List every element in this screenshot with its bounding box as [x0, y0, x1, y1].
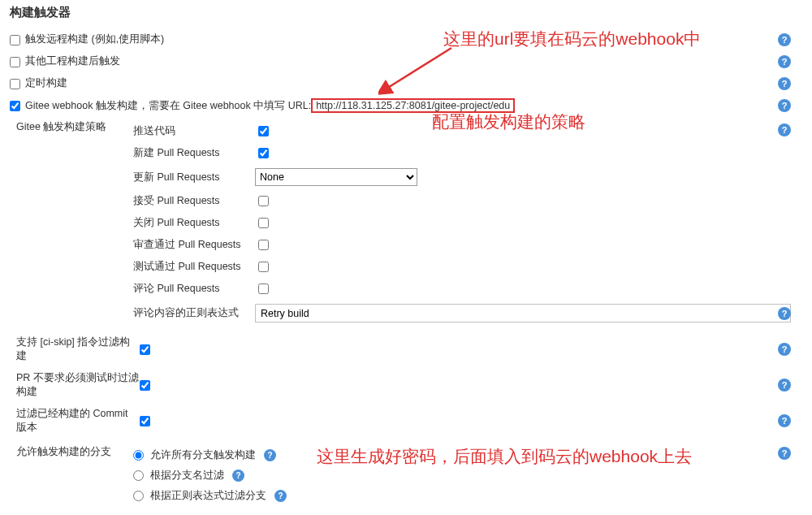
comment-regex-label: 评论内容的正则表达式 — [133, 306, 255, 320]
review-pr-label: 审查通过 Pull Requests — [133, 238, 255, 252]
branch-name-radio[interactable] — [133, 470, 144, 481]
ciskip-label: 支持 [ci-skip] 指令过滤构建 — [16, 335, 140, 363]
section-title: 构建触发器 — [10, 5, 802, 20]
scheduled-checkbox[interactable] — [10, 79, 20, 89]
commit-filter-label: 过滤已经构建的 Commit 版本 — [16, 407, 140, 435]
help-icon[interactable]: ? — [778, 77, 791, 90]
create-pr-checkbox[interactable] — [258, 148, 269, 158]
comment-pr-checkbox[interactable] — [258, 283, 269, 294]
push-code-checkbox[interactable] — [258, 126, 269, 136]
close-pr-label: 关闭 Pull Requests — [133, 216, 255, 230]
annotation-url: 这里的url要填在码云的webhook中 — [443, 28, 701, 50]
remote-build-checkbox[interactable] — [10, 35, 20, 45]
after-other-checkbox[interactable] — [10, 57, 20, 67]
review-pr-checkbox[interactable] — [258, 240, 269, 250]
branch-all-radio[interactable] — [133, 450, 144, 461]
branch-regex-radio[interactable] — [133, 491, 144, 501]
annotation-strategy: 配置触发构建的策略 — [432, 110, 585, 133]
accept-pr-checkbox[interactable] — [258, 196, 269, 206]
branch-regex-label: 根据正则表达式过滤分支 — [150, 489, 266, 503]
help-icon[interactable]: ? — [778, 33, 791, 46]
commit-filter-checkbox[interactable] — [140, 416, 150, 426]
gitee-webhook-label: Gitee webhook 触发构建，需要在 Gitee webhook 中填写… — [25, 99, 311, 113]
help-icon[interactable]: ? — [778, 99, 791, 112]
help-icon[interactable]: ? — [778, 343, 791, 356]
update-pr-label: 更新 Pull Requests — [133, 171, 255, 184]
comment-regex-input[interactable] — [255, 304, 791, 322]
help-icon[interactable]: ? — [274, 490, 287, 502]
help-icon[interactable]: ? — [778, 447, 791, 460]
close-pr-checkbox[interactable] — [258, 218, 269, 228]
branch-label: 允许触发构建的分支 — [10, 445, 133, 459]
push-code-label: 推送代码 — [133, 124, 255, 138]
branch-name-label: 根据分支名过滤 — [150, 469, 224, 483]
remote-build-label: 触发远程构建 (例如,使用脚本) — [25, 32, 164, 46]
ciskip-checkbox[interactable] — [140, 344, 150, 355]
strategy-label: Gitee 触发构建策略 — [10, 120, 133, 134]
help-icon[interactable]: ? — [778, 379, 791, 392]
help-icon[interactable]: ? — [264, 449, 276, 461]
create-pr-label: 新建 Pull Requests — [133, 146, 255, 160]
comment-pr-label: 评论 Pull Requests — [133, 282, 255, 296]
after-other-label: 其他工程构建后触发 — [25, 54, 120, 68]
annotation-secret: 这里生成好密码，后面填入到码云的webhook上去 — [317, 445, 692, 468]
test-pr-label: 测试通过 Pull Requests — [133, 260, 255, 274]
svg-line-0 — [387, 48, 451, 89]
accept-pr-label: 接受 Pull Requests — [133, 194, 255, 208]
test-pr-checkbox[interactable] — [258, 262, 269, 272]
help-icon[interactable]: ? — [778, 123, 791, 136]
help-icon[interactable]: ? — [232, 470, 244, 482]
help-icon[interactable]: ? — [778, 414, 791, 427]
pr-filter-checkbox[interactable] — [140, 380, 150, 391]
branch-all-label: 允许所有分支触发构建 — [150, 448, 256, 462]
gitee-webhook-checkbox[interactable] — [10, 101, 20, 111]
scheduled-label: 定时构建 — [25, 76, 67, 90]
update-pr-select[interactable]: None — [255, 168, 417, 186]
help-icon[interactable]: ? — [778, 55, 791, 68]
pr-filter-label: PR 不要求必须测试时过滤构建 — [16, 371, 140, 399]
help-icon[interactable]: ? — [778, 307, 791, 320]
